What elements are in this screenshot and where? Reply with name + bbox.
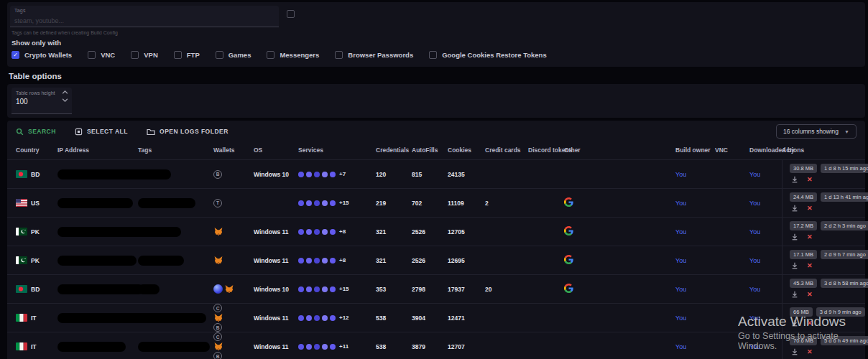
download-button[interactable] [791,176,798,183]
downloaded-by-link[interactable]: You [749,228,760,236]
delete-button[interactable]: ✕ [807,263,813,269]
table-row[interactable]: US T +15 219 702 11109 2 You You 24.4 MB… [7,188,865,217]
download-button[interactable] [791,205,798,212]
column-header-cookies[interactable]: Cookies [448,146,485,154]
download-button[interactable] [791,320,798,327]
country-flag-icon [16,256,27,264]
spinner-down-icon[interactable] [62,98,68,102]
tags-input[interactable] [14,17,274,24]
column-header-build-owner[interactable]: Build owner [675,146,715,154]
service-icon [306,344,312,350]
downloaded-by-link[interactable]: You [749,171,760,178]
downloaded-by-link[interactable]: You [749,200,760,207]
checkbox-checked-icon[interactable]: ✓ [11,51,19,59]
filter-checkbox-games[interactable]: Games [216,51,251,59]
downloaded-by-link[interactable]: You [749,286,760,293]
ip-address-cell [57,256,138,266]
filter-checkbox-browser-passwords[interactable]: Browser Passwords [335,51,413,59]
checkbox-unchecked-icon[interactable] [88,51,96,59]
google-icon [564,255,573,264]
checkbox-unchecked-icon[interactable] [216,51,223,59]
log-age-badge: 2 d 2 h 3 min ago [821,221,868,230]
cookies-cell: 24135 [448,171,485,178]
filter-checkbox-ftp[interactable]: FTP [174,51,200,59]
build-owner-link[interactable]: You [675,314,686,322]
build-owner-link[interactable]: You [675,257,686,264]
checkbox-unchecked-icon[interactable] [335,51,343,59]
delete-button[interactable]: ✕ [807,292,813,298]
download-button[interactable] [791,262,798,269]
spinner-up-icon[interactable] [62,90,68,94]
ip-address-cell [57,169,138,180]
table-row[interactable]: BD Windows 10 +15 353 2798 17937 20 You … [7,274,865,303]
select-all-button[interactable]: SELECT ALL [75,128,128,136]
build-owner-link[interactable]: You [675,286,686,293]
download-button[interactable] [791,233,798,241]
credentials-cell: 120 [376,171,412,178]
download-button[interactable] [791,291,798,298]
tags-cell [138,313,213,323]
checkbox-unchecked-icon[interactable] [131,51,139,59]
build-owner-link[interactable]: You [675,343,686,350]
delete-button[interactable]: ✕ [807,205,813,212]
rows-height-value: 100 [16,98,69,106]
column-header-vnc[interactable]: VNC [715,146,749,154]
build-owner-link[interactable]: You [675,228,686,236]
cookies-cell: 11109 [448,200,485,207]
column-header-other[interactable]: Other [564,146,675,154]
country-code: IT [31,343,37,350]
filter-checkbox-vpn[interactable]: VPN [131,51,158,59]
metamask-wallet-icon [224,284,234,294]
filter-checkbox-crypto-wallets[interactable]: ✓Crypto Wallets [11,51,72,59]
services-more-count: +7 [339,171,346,177]
wallet-letter-icon: B [213,323,222,332]
column-header-services[interactable]: Services [298,146,376,154]
table-row[interactable]: BD B Windows 10 +7 120 815 24135 You You… [7,159,865,188]
delete-button[interactable]: ✕ [807,320,813,327]
delete-button[interactable]: ✕ [807,234,813,241]
filter-checkbox-vnc[interactable]: VNC [88,51,115,59]
wallet-letter-icon: B [213,170,222,179]
column-header-downloaded-by[interactable]: Downloaded by [749,146,782,154]
checkbox-unchecked-icon[interactable] [174,51,182,59]
filter-checkbox-messengers[interactable]: Messengers [267,51,319,59]
downloaded-by-link[interactable]: You [749,343,760,350]
column-header-country[interactable]: Country [16,146,57,154]
country-code: BD [31,286,40,293]
checkbox-unchecked-icon[interactable] [267,51,274,59]
downloaded-by-link[interactable]: You [749,257,760,264]
log-age-badge: 2 d 9 h 7 min ago [821,250,868,259]
column-header-tags[interactable]: Tags [138,146,213,154]
column-header-discord-tokens[interactable]: Discord tokens [528,146,564,154]
table-row[interactable]: IT CB Windows 11 +12 538 3904 12471 You … [7,303,865,332]
build-owner-link[interactable]: You [675,200,686,207]
table-row[interactable]: PK Windows 11 +8 321 2526 12705 You You … [7,217,865,246]
table-row[interactable]: IT CB Windows 11 +11 538 3879 12707 You … [7,332,865,359]
column-header-autofills[interactable]: AutoFills [412,146,448,154]
credentials-cell: 353 [376,286,412,293]
build-owner-link[interactable]: You [675,171,686,178]
tag-redaction-bar [138,169,171,180]
rows-height-spinner[interactable]: Table rows height 100 [11,88,72,114]
search-button[interactable]: SEARCH [16,128,56,136]
header-checkbox[interactable] [287,10,295,18]
delete-button[interactable]: ✕ [807,177,813,183]
column-header-credentials[interactable]: Credentials [376,146,412,154]
column-header-ip-address[interactable]: IP Address [57,146,138,154]
open-logs-folder-button[interactable]: OPEN LOGS FOLDER [147,128,228,136]
checkbox-unchecked-icon[interactable] [429,51,437,59]
table-row[interactable]: PK Windows 11 +8 321 2526 12695 You You … [7,246,865,274]
download-button[interactable] [791,348,798,355]
column-header-actions[interactable]: Actions [782,146,865,154]
column-header-credit-cards[interactable]: Credit cards [485,146,528,154]
delete-button[interactable]: ✕ [807,349,813,355]
columns-showing-dropdown[interactable]: 16 columns showing ▼ [776,124,857,139]
service-icon [322,344,328,350]
column-header-wallets[interactable]: Wallets [213,146,254,154]
filter-checkbox-google-cookies-restore-tokens[interactable]: Google Cookies Restore Tokens [429,51,547,59]
service-icon [298,258,304,264]
build-owner-cell: You [675,343,715,350]
wallet-letter-icon: B [213,352,222,359]
downloaded-by-link[interactable]: You [749,314,760,322]
column-header-os[interactable]: OS [254,146,298,154]
